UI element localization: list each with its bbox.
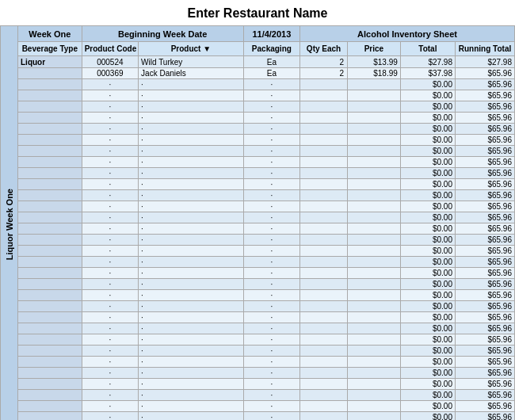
product-code-cell: · bbox=[82, 157, 138, 168]
running-total-cell: $65.96 bbox=[455, 157, 514, 168]
running-total-cell: $65.96 bbox=[455, 301, 514, 312]
page-title: Enter Restaurant Name bbox=[0, 0, 515, 25]
side-label-container: Liquor Week One bbox=[0, 25, 17, 420]
product-name-cell: · bbox=[139, 223, 244, 235]
product-name-cell: · bbox=[139, 79, 244, 90]
packaging-cell: · bbox=[243, 323, 299, 334]
packaging-cell: · bbox=[243, 146, 299, 157]
table-row: ···$0.00$65.96 bbox=[18, 368, 515, 379]
qty-cell: 2 bbox=[300, 56, 348, 68]
bev-type-cell bbox=[18, 223, 82, 235]
product-name-cell: · bbox=[139, 90, 244, 101]
packaging-cell: · bbox=[243, 246, 299, 257]
running-total-cell: $65.96 bbox=[455, 168, 514, 179]
qty-cell bbox=[300, 401, 348, 412]
product-name-cell: · bbox=[139, 368, 244, 379]
table-row: ···$0.00$65.96 bbox=[18, 168, 515, 179]
price-cell bbox=[348, 334, 401, 346]
bev-type-cell bbox=[18, 379, 82, 390]
running-total-cell: $65.96 bbox=[455, 346, 514, 357]
product-code-cell: 000524 bbox=[82, 56, 138, 68]
total-cell: $0.00 bbox=[400, 179, 455, 190]
table-row: ···$0.00$65.96 bbox=[18, 357, 515, 368]
beg-week-header: Beginning Week Date bbox=[82, 26, 243, 42]
packaging-cell: · bbox=[243, 223, 299, 235]
total-cell: $0.00 bbox=[400, 168, 455, 179]
price-cell bbox=[348, 301, 401, 312]
product-code-cell: · bbox=[82, 312, 138, 323]
product-name-cell: · bbox=[139, 135, 244, 146]
running-total-cell: $65.96 bbox=[455, 201, 514, 212]
running-total-cell: $65.96 bbox=[455, 257, 514, 268]
bev-type-cell bbox=[18, 312, 82, 323]
product-code-cell: · bbox=[82, 368, 138, 379]
product-name-cell: Wild Turkey bbox=[139, 56, 244, 68]
packaging-cell: · bbox=[243, 379, 299, 390]
product-name-cell: Jack Daniels bbox=[139, 68, 244, 79]
product-name-cell: · bbox=[139, 357, 244, 368]
table-row: ···$0.00$65.96 bbox=[18, 323, 515, 334]
table-row: ···$0.00$65.96 bbox=[18, 246, 515, 257]
running-total-cell: $65.96 bbox=[455, 90, 514, 101]
qty-cell bbox=[300, 390, 348, 401]
product-code-cell: · bbox=[82, 246, 138, 257]
price-cell bbox=[348, 223, 401, 235]
qty-cell bbox=[300, 357, 348, 368]
product-code-cell: · bbox=[82, 323, 138, 334]
product-name-cell: · bbox=[139, 235, 244, 246]
packaging-cell: · bbox=[243, 101, 299, 113]
total-cell: $0.00 bbox=[400, 268, 455, 279]
product-code-cell: · bbox=[82, 90, 138, 101]
product-code-cell: · bbox=[82, 223, 138, 235]
product-code-cell: · bbox=[82, 334, 138, 346]
bev-type-cell bbox=[18, 235, 82, 246]
price-cell bbox=[348, 79, 401, 90]
running-total-cell: $65.96 bbox=[455, 290, 514, 301]
table-row: ···$0.00$65.96 bbox=[18, 201, 515, 212]
product-name-cell: · bbox=[139, 190, 244, 201]
bev-type-cell bbox=[18, 401, 82, 412]
qty-cell bbox=[300, 323, 348, 334]
col-qty-header: Qty Each bbox=[300, 42, 348, 56]
price-cell bbox=[348, 290, 401, 301]
product-name-cell: · bbox=[139, 290, 244, 301]
qty-cell bbox=[300, 246, 348, 257]
qty-cell bbox=[300, 90, 348, 101]
packaging-cell: · bbox=[243, 212, 299, 223]
running-total-cell: $65.96 bbox=[455, 368, 514, 379]
bev-type-cell bbox=[18, 146, 82, 157]
product-code-cell: · bbox=[82, 201, 138, 212]
total-cell: $0.00 bbox=[400, 90, 455, 101]
qty-cell bbox=[300, 235, 348, 246]
packaging-cell: · bbox=[243, 113, 299, 124]
qty-cell bbox=[300, 212, 348, 223]
running-total-cell: $65.96 bbox=[455, 113, 514, 124]
price-cell bbox=[348, 113, 401, 124]
price-cell bbox=[348, 146, 401, 157]
bev-type-cell: Liquor bbox=[18, 56, 82, 68]
packaging-cell: · bbox=[243, 124, 299, 135]
running-total-cell: $65.96 bbox=[455, 124, 514, 135]
bev-type-cell bbox=[18, 179, 82, 190]
price-cell bbox=[348, 90, 401, 101]
table-row: ···$0.00$65.96 bbox=[18, 79, 515, 90]
qty-cell bbox=[300, 257, 348, 268]
running-total-cell: $65.96 bbox=[455, 101, 514, 113]
table-row: ···$0.00$65.96 bbox=[18, 179, 515, 190]
product-name-cell: · bbox=[139, 390, 244, 401]
table-row: ···$0.00$65.96 bbox=[18, 124, 515, 135]
total-cell: $0.00 bbox=[400, 401, 455, 412]
product-code-cell: · bbox=[82, 379, 138, 390]
col-running-header: Running Total bbox=[455, 42, 514, 56]
running-total-cell: $27.98 bbox=[455, 56, 514, 68]
qty-cell bbox=[300, 301, 348, 312]
price-cell bbox=[348, 157, 401, 168]
product-code-cell: · bbox=[82, 190, 138, 201]
running-total-cell: $65.96 bbox=[455, 135, 514, 146]
price-cell bbox=[348, 212, 401, 223]
product-name-cell: · bbox=[139, 212, 244, 223]
qty-cell bbox=[300, 168, 348, 179]
header-row-2: Beverage Type Product Code ▼ Product ▼ P… bbox=[18, 42, 515, 56]
product-name-cell: · bbox=[139, 257, 244, 268]
packaging-cell: · bbox=[243, 346, 299, 357]
